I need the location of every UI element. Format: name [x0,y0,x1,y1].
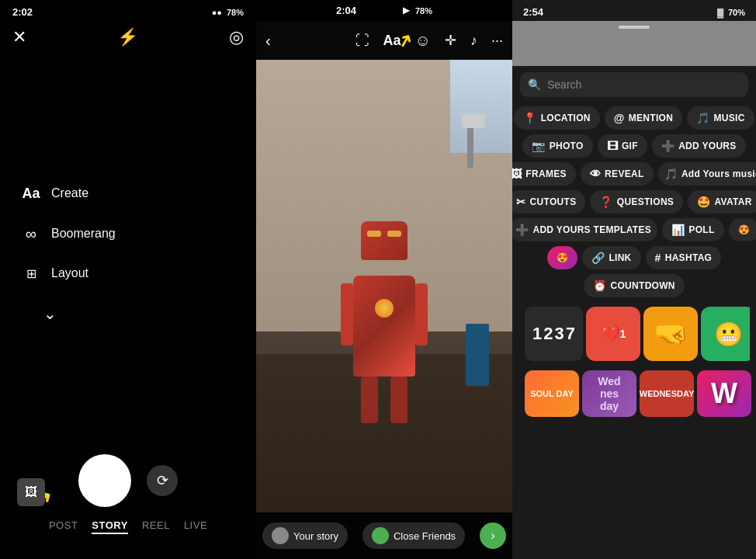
left-menu: Aa Create ∞ Boomerang ⊞ Layout ⌄ [0,54,256,454]
back-icon[interactable]: ‹ [265,32,271,50]
next-button[interactable]: › [480,523,506,549]
tab-post[interactable]: POST [49,519,78,534]
tab-story[interactable]: STORY [92,519,128,534]
sticker-location[interactable]: 📍 LOCATION [514,106,599,130]
sticker-row-3: 🖼 FRAMES 👁 REVEAL 🎵 Add Yours music [518,162,750,186]
sticker-emoji-sticker[interactable]: 😍 [547,246,577,269]
create-label: Create [51,186,88,200]
eye-right [387,231,401,237]
sticker-like-thumb[interactable]: ❤️ 1 [586,307,640,361]
battery-left: 78% [227,8,244,17]
right-battery: 70% [728,8,745,17]
number-sticker[interactable]: 1 2 3 7 [525,307,583,361]
right-preview-image [512,21,756,66]
sticker-questions[interactable]: ❓ QUESTIONS [590,190,683,214]
sticker-row-4: ✂ CUTOUTS ❓ QUESTIONS 🤩 AVATAR [518,190,750,214]
search-bar: 🔍 [520,72,748,97]
text-sticker-wed2[interactable]: WEDNESDAY [640,370,694,417]
shutter-row: ⟳ [78,454,178,507]
sticker-avatar[interactable]: 🤩 AVATAR [688,190,756,214]
menu-item-boomerang[interactable]: ∞ Boomerang [22,225,256,243]
left-status-bar: 2:02 ●● 78% [0,0,256,24]
leg-right [390,377,407,423]
book [466,324,489,386]
sticker-grid: 📍 LOCATION @ MENTION 🎵 MUSIC 📷 PHOTO [512,103,756,559]
close-icon[interactable]: ✕ [12,27,26,47]
tab-reel[interactable]: REEL [142,519,170,534]
search-input[interactable] [547,78,740,91]
right-status-bar: 2:54 ▓ 70% [512,0,756,21]
mention-label: MENTION [629,113,673,123]
left-top-icons: ✕ ⚡ ◎ [0,24,256,54]
right-time: 2:54 [523,6,543,18]
sticker-photo[interactable]: 📷 PHOTO [522,134,592,158]
ironman-figure [338,221,431,377]
repost-icon[interactable]: ⟳ [147,465,178,496]
close-friends-dot [372,527,389,544]
tool-icons: ⛶ Aa ☺ ✛ ♪ ··· [355,32,503,50]
num-2: 2 [543,324,553,344]
location-emoji: 📍 [523,112,536,124]
sticker-row-1: 📍 LOCATION @ MENTION 🎵 MUSIC [518,106,750,130]
countdown-emoji: ⏰ [593,280,606,292]
sticker-gang-thumb[interactable]: 🤜 [643,307,698,361]
like-icon: ❤️ [601,325,620,343]
frames-label: FRAMES [525,168,566,179]
sticker-poll[interactable]: 📊 POLL [662,218,724,241]
music-emoji: 🎵 [696,112,709,124]
expand-menu-icon[interactable]: ⌄ [43,304,256,323]
wed1-text: Wednesday [598,375,620,412]
location-label: LOCATION [541,113,591,123]
wed2-text: WEDNESDAY [640,389,694,398]
window-bg [450,60,512,153]
menu-item-create[interactable]: Aa Create [22,186,256,202]
expand-icon[interactable]: ⛶ [355,33,369,49]
your-story-label: Your story [293,530,338,542]
right-battery-icon: ▓ [717,8,723,17]
sticker-mention[interactable]: @ MENTION [605,106,682,130]
hashtag-label: HASHTAG [665,252,713,263]
your-story-button[interactable]: Your story [262,523,348,549]
sticker-row-2: 📷 PHOTO 🎞 GIF ➕ ADD YOURS [518,134,750,158]
arm-right [415,283,428,345]
add-yours-emoji: ➕ [661,140,675,152]
sticker-add-yours-music[interactable]: 🎵 Add Yours music [658,162,756,186]
sticker-add-yours[interactable]: ➕ ADD YOURS [652,134,746,158]
story-image [256,60,512,512]
sticker-cutouts[interactable]: ✂ CUTOUTS [512,190,585,214]
sticker-heart-eyes[interactable]: 😍 [729,218,756,241]
sticker-hashtag[interactable]: # HASHTAG [646,246,722,269]
lamp-pole [467,122,473,168]
text-sticker-wed1[interactable]: Wednesday [582,370,636,417]
grr-emoji: 😬 [714,321,743,348]
shutter-button[interactable] [78,454,131,507]
ironman-body [353,276,415,377]
move-tool-icon[interactable]: ✛ [445,32,456,49]
sticker-add-yours-templates[interactable]: ➕ ADD YOURS TEMPLATES [512,218,657,241]
sticker-reveal[interactable]: 👁 REVEAL [581,162,654,186]
sticker-gif[interactable]: 🎞 GIF [598,134,647,158]
sticker-music[interactable]: 🎵 MUSIC [687,106,754,130]
flash-icon[interactable]: ⚡ [117,27,138,47]
tab-live[interactable]: LIVE [184,519,207,534]
more-tool-icon[interactable]: ··· [491,33,503,49]
add-yours-templates-label: ADD YOURS TEMPLATES [532,224,651,235]
text-sticker-soul[interactable]: SOUL DAY [525,370,579,417]
sticker-grr-thumb[interactable]: 😬 [701,307,750,361]
sticker-panel-scroll: 📍 LOCATION @ MENTION 🎵 MUSIC 📷 PHOTO [512,103,756,559]
sticker-frames[interactable]: 🖼 FRAMES [512,162,576,186]
close-friends-button[interactable]: Close Friends [362,523,465,549]
settings-icon[interactable]: ◎ [229,27,244,47]
music-tool-icon[interactable]: ♪ [470,33,477,49]
arm-left [341,283,353,345]
text-icon: Aa [22,186,40,202]
num-7: 7 [566,324,575,344]
sticker-link[interactable]: 🔗 LINK [582,246,641,269]
sticker-countdown[interactable]: ⏰ COUNTDOWN [584,274,685,297]
menu-item-layout[interactable]: ⊞ Layout [22,266,256,281]
add-yours-templates-emoji: ➕ [515,224,529,236]
gallery-icon[interactable]: 🖼 [17,478,45,506]
middle-toolbar: ‹ ⛶ Aa ☺ ✛ ♪ ··· [256,21,512,60]
ironman-head [361,221,407,260]
text-sticker-w[interactable]: W [697,370,751,417]
